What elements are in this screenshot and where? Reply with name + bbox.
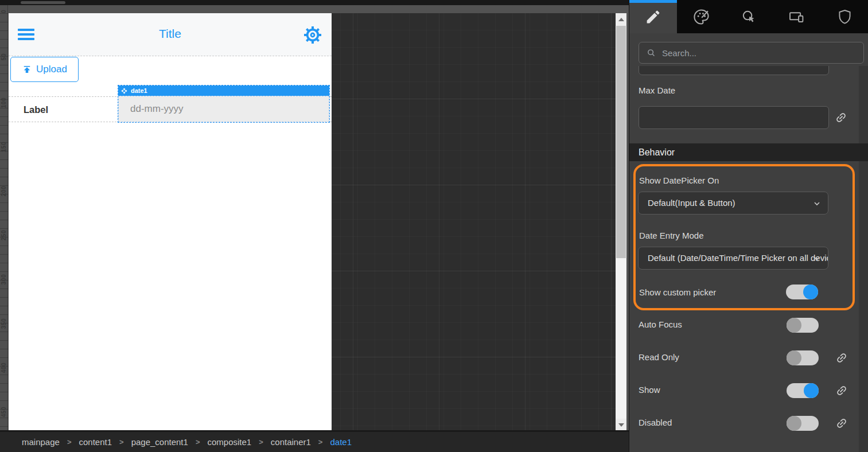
search-input[interactable] [662,48,846,58]
max-date-label: Max Date [639,85,675,95]
canvas-workspace: 0 50 100 150 200 250 300 350 400 450 Tit… [0,0,629,452]
panel-tab-bar [629,0,868,33]
chevron-right-icon: > [196,438,200,446]
show-datepicker-on-label: Show DatePicker On [639,176,719,185]
bind-link-icon[interactable] [835,111,847,124]
scroll-down-button[interactable] [616,419,626,431]
auto-focus-label: Auto Focus [639,319,682,329]
pencil-icon [645,9,661,25]
field-label: Label [24,97,48,122]
toggle-knob [804,383,819,398]
breadcrumb-item-page-content1[interactable]: page_content1 [131,437,188,447]
breadcrumb: mainpage > content1 > page_content1 > co… [0,432,629,452]
widget-name: date1 [131,87,147,94]
widget-selection-bar[interactable]: date1 [118,85,329,96]
scrollbar-thumb[interactable] [616,26,626,258]
show-custom-picker-label: Show custom picker [639,287,716,297]
date-entry-mode-label: Date Entry Mode [639,231,704,240]
ruler-label: 300 [1,274,7,285]
triangle-down-icon [618,423,624,427]
toggle-knob [787,350,801,365]
auto-focus-row: Auto Focus [629,318,868,333]
inspect-icon [741,9,757,25]
show-custom-picker-toggle[interactable] [786,285,818,299]
canvas-grid-background [332,13,616,430]
selected-date-widget[interactable]: date1 dd-mm-yyyy [118,85,329,122]
chevron-right-icon: > [119,438,124,446]
max-date-input[interactable] [639,106,829,129]
search-row [629,33,868,66]
app-builder-window: 0 50 100 150 200 250 300 350 400 450 Tit… [0,0,868,452]
ruler-label: 400 [1,363,7,373]
bind-link-icon[interactable] [835,384,848,397]
disabled-row: Disabled [629,416,868,431]
chevron-down-icon [812,199,822,208]
read-only-row: Read Only [629,350,868,365]
scroll-up-button[interactable] [616,13,626,26]
behavior-section-title: Behavior [639,143,675,161]
tab-security[interactable] [821,0,868,33]
date-entry-mode-select[interactable]: Default (Date/DateTime/Time Picker on al… [638,247,828,270]
toggle-knob [803,285,818,299]
ruler-label: 0 [1,10,7,13]
upload-icon [22,64,32,75]
breadcrumb-item-container1[interactable]: container1 [271,437,311,447]
ruler-label: 250 [1,230,7,240]
breadcrumb-item-mainpage[interactable]: mainpage [22,437,60,447]
chevron-right-icon: > [259,438,263,446]
date-placeholder: dd-mm-yyyy [119,96,329,122]
orange-highlight-box: Show DatePicker On Default(Input & Butto… [633,164,855,310]
search-box[interactable] [639,42,864,64]
disabled-label: Disabled [639,418,672,427]
chevron-right-icon: > [67,438,72,446]
properties-scroll-area: Max Date Behavior Show DatePicker On Def… [629,66,868,452]
breadcrumb-item-composite1[interactable]: composite1 [207,437,251,447]
breadcrumb-item-date1-active[interactable]: date1 [330,437,352,447]
chevron-right-icon: > [318,438,323,446]
tab-devices[interactable] [773,0,820,33]
palette-icon [693,9,710,25]
breadcrumb-item-content1[interactable]: content1 [79,437,112,447]
show-datepicker-on-value: Default(Input & Button) [639,192,828,214]
tab-markup[interactable] [629,0,677,33]
horizontal-scrollbar[interactable] [0,0,629,5]
date-entry-mode-value: Default (Date/DateTime/Time Picker on al… [639,247,828,269]
ruler-label: 100 [1,98,7,108]
ruler-label: 450 [1,407,7,417]
chevron-down-icon [812,254,822,263]
show-label: Show [639,385,660,395]
behavior-section-header: Behavior [629,143,868,161]
auto-focus-toggle[interactable] [787,318,819,333]
shield-icon [836,9,853,25]
toggle-knob [787,318,801,333]
bind-link-icon[interactable] [835,417,848,430]
ruler-label: 350 [1,318,7,329]
ruler-label: 200 [1,186,7,196]
read-only-label: Read Only [639,352,679,362]
tab-inspect[interactable] [725,0,773,33]
properties-panel: Max Date Behavior Show DatePicker On Def… [629,0,868,452]
show-toggle[interactable] [787,383,819,398]
show-row: Show [629,383,868,398]
page-title: Title [9,27,332,41]
ruler-label: 50 [1,53,7,60]
ruler-label: 150 [1,142,7,152]
upload-button[interactable]: Upload [10,57,79,82]
bind-link-icon[interactable] [835,352,848,364]
vertical-ruler: 0 50 100 150 200 250 300 350 400 450 [0,5,8,430]
canvas-vertical-scrollbar[interactable] [616,13,626,431]
show-datepicker-on-select[interactable]: Default(Input & Button) [638,192,828,215]
clipped-input-above[interactable] [639,66,829,75]
gear-icon[interactable] [303,25,322,45]
search-icon [647,48,656,58]
disabled-toggle[interactable] [787,416,819,431]
mobile-canvas: Title [9,13,332,430]
upload-button-label: Upload [36,64,67,75]
horizontal-scrollbar-thumb[interactable] [21,1,65,4]
date-input-field[interactable]: dd-mm-yyyy [118,96,329,122]
read-only-toggle[interactable] [787,350,819,365]
triangle-up-icon [618,18,624,21]
devices-icon [788,9,805,25]
move-icon [121,88,127,94]
tab-styles[interactable] [677,0,725,33]
